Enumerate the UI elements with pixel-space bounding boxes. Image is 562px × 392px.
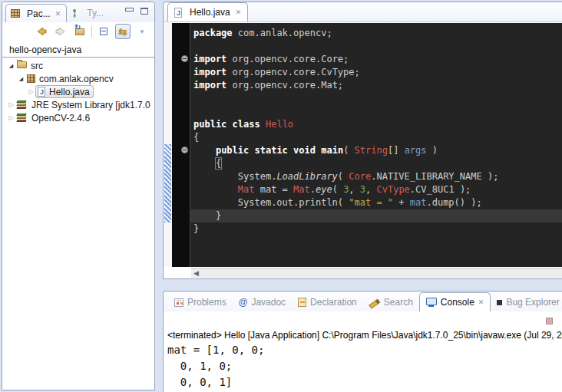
tab-problems[interactable]: Problems — [168, 293, 233, 311]
code-line[interactable]: public class Hello — [193, 118, 562, 131]
view-menu-button[interactable]: ▼ — [134, 24, 150, 39]
code-token: Mat — [238, 184, 255, 195]
code-token: ( — [343, 145, 354, 156]
code-line[interactable]: package com.anlak.opencv; — [193, 27, 562, 40]
tree-item-body: JRE System Library [jdk1.7.0 — [15, 98, 154, 111]
collapse-arrow-icon[interactable]: ◢ — [7, 63, 15, 69]
tab-declaration[interactable]: Declaration — [292, 293, 363, 311]
close-icon[interactable]: ✕ — [234, 8, 242, 16]
code-token: Mat — [293, 184, 310, 195]
tree-item-project[interactable]: hello-opencv-java — [2, 42, 154, 58]
code-line[interactable]: } — [193, 222, 562, 236]
tree-item-body: com.anlak.opencv — [25, 72, 117, 85]
up-icon — [75, 28, 84, 35]
tree-item-hello-java[interactable]: ▷Hello.java — [2, 85, 154, 98]
code-token: [] — [388, 145, 405, 156]
tab-type-hierarchy[interactable]: Ty... — [67, 4, 109, 22]
fold-collapse-icon[interactable] — [181, 147, 188, 153]
code-line[interactable]: import org.opencv.core.CvType; — [193, 66, 562, 79]
collapse-arrow-icon[interactable]: ◢ — [17, 76, 25, 82]
expand-arrow-icon[interactable]: ▷ — [27, 88, 35, 95]
code-token: Hello — [266, 119, 293, 130]
tab-bug-explorer[interactable]: Bug Explorer — [491, 293, 562, 311]
code-line[interactable]: import org.opencv.core.Mat; — [193, 79, 562, 92]
code-token: { — [216, 158, 221, 169]
code-line[interactable]: import org.opencv.core.Core; — [193, 53, 562, 66]
fold-gutter[interactable] — [172, 23, 190, 267]
declaration-icon — [298, 298, 306, 307]
code-token: ) — [427, 145, 438, 156]
code-token — [193, 158, 216, 169]
code-line[interactable]: public static void main( String[] args ) — [193, 144, 562, 157]
tab-label: Console — [441, 297, 474, 308]
console-output-line: 0, 0, 1] — [167, 374, 562, 390]
library-icon — [17, 100, 28, 110]
code-token: public — [193, 119, 226, 130]
tree-item-com-anlak-opencv[interactable]: ◢com.anlak.opencv — [2, 72, 154, 85]
expand-arrow-icon[interactable]: ▷ — [7, 114, 15, 121]
code-token: static — [255, 145, 288, 156]
code-token — [193, 184, 238, 195]
javadoc-icon — [239, 297, 248, 308]
editor-tab-hello-java[interactable]: Hello.java ✕ — [167, 2, 248, 21]
code-token: void — [293, 145, 316, 156]
terminate-icon[interactable] — [546, 318, 553, 324]
tab-label: Declaration — [310, 297, 357, 308]
code-token — [260, 119, 266, 130]
horizontal-scrollbar[interactable]: ◀ — [191, 268, 562, 278]
collapse-all-button[interactable] — [96, 24, 111, 39]
current-code-line[interactable]: } — [190, 209, 562, 222]
tree-item-jre-system-library-jdk1-7-0[interactable]: ▷JRE System Library [jdk1.7.0 — [2, 98, 154, 111]
minimize-icon[interactable] — [125, 8, 133, 15]
code-token: ( — [338, 171, 349, 182]
tab-console[interactable]: Console✕ — [419, 292, 491, 311]
java-file-icon — [174, 8, 182, 18]
code-token: com.anlak.opencv; — [233, 28, 332, 38]
code-token — [226, 119, 232, 130]
code-line[interactable]: System.out.println( "mat = " + mat.dump(… — [193, 196, 562, 209]
code-token: import — [193, 54, 226, 64]
code-token: .NATIVE_LIBRARY_NAME ); — [371, 171, 498, 182]
fold-collapse-icon[interactable] — [181, 55, 188, 62]
code-line[interactable]: Mat mat = Mat.eye( 3, 3, CvType.CV_8UC1 … — [193, 183, 562, 196]
project-tree: ◢src◢com.anlak.opencv▷Hello.java▷JRE Sys… — [2, 59, 154, 124]
forward-button[interactable] — [53, 24, 68, 39]
console-output-line: mat = [1, 0, 0; — [167, 342, 562, 358]
tab-label: Search — [384, 297, 413, 308]
code-line[interactable] — [193, 92, 562, 105]
code-line[interactable] — [193, 40, 562, 53]
tree-item-src[interactable]: ◢src — [2, 59, 154, 72]
editor-panel: Hello.java ✕ package com.anlak.opencv;im… — [163, 2, 562, 279]
link-with-editor-button[interactable]: ⇆ — [115, 24, 131, 39]
code-token: class — [233, 119, 260, 130]
code-area[interactable]: package com.anlak.opencv;import org.open… — [190, 23, 562, 267]
up-button[interactable] — [72, 24, 88, 39]
tab-search[interactable]: Search — [363, 293, 419, 311]
bottom-tab-row: ProblemsJavadocDeclarationSearchConsole✕… — [164, 292, 562, 311]
close-icon[interactable]: ✕ — [474, 298, 484, 306]
tab-package-explorer[interactable]: Pac... ✕ — [5, 4, 67, 22]
scroll-left-icon[interactable]: ◀ — [191, 269, 199, 277]
tree-item-opencv-2-4-6[interactable]: ▷OpenCV-2.4.6 — [2, 111, 154, 124]
tab-package-explorer-label: Pac... — [27, 8, 51, 19]
code-token — [288, 145, 293, 156]
code-token — [249, 145, 254, 156]
tab-label: Problems — [187, 297, 226, 308]
tree-item-label: com.anlak.opencv — [39, 74, 114, 84]
expand-arrow-icon[interactable]: ▷ — [7, 101, 15, 108]
chevron-down-icon: ▼ — [139, 28, 145, 35]
code-line[interactable]: System.LoadLibrary( Core.NATIVE_LIBRARY_… — [193, 170, 562, 183]
code-line[interactable]: { — [193, 131, 562, 144]
code-token: public — [216, 145, 249, 156]
code-line[interactable] — [193, 105, 562, 118]
code-token: } — [193, 223, 199, 234]
maximize-icon[interactable] — [140, 8, 148, 15]
back-button[interactable] — [34, 24, 49, 39]
tree-item-label: src — [31, 61, 43, 71]
annotation-ruler[interactable] — [164, 23, 172, 267]
close-icon[interactable]: ✕ — [54, 10, 61, 18]
code-line[interactable]: { — [193, 157, 562, 170]
code-token: { — [193, 132, 199, 143]
type-hierarchy-icon — [71, 8, 80, 18]
tab-javadoc[interactable]: Javadoc — [233, 293, 292, 311]
